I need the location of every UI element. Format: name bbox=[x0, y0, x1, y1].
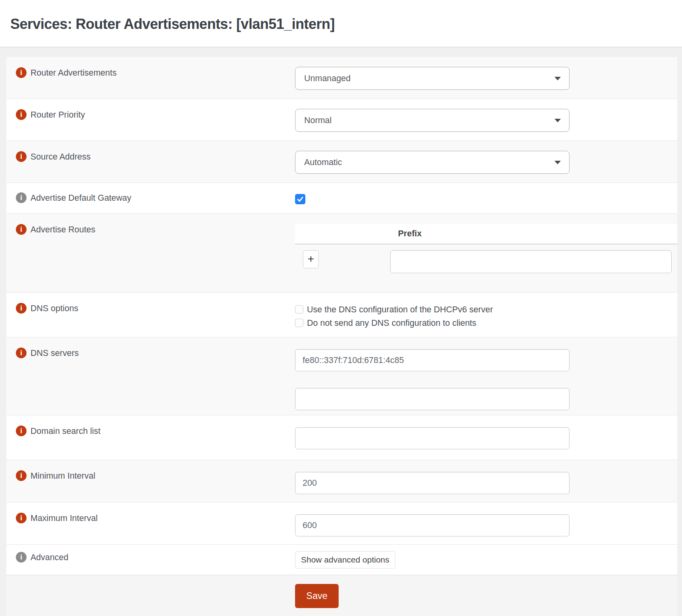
domain-search-list-input[interactable] bbox=[295, 427, 570, 449]
dns-option-row: Use the DNS configuration of the DHCPv6 … bbox=[295, 303, 677, 316]
field-control bbox=[295, 460, 677, 502]
selected-value: Normal bbox=[295, 109, 569, 131]
checkmark-icon bbox=[296, 195, 304, 203]
selected-value: Automatic bbox=[295, 151, 569, 173]
routes-table-header: Prefix bbox=[295, 224, 677, 244]
field-control bbox=[295, 337, 677, 415]
info-icon[interactable]: i bbox=[16, 426, 27, 436]
source-address-label: Source Address bbox=[30, 151, 91, 162]
form-row-dns-options: i DNS options Use the DNS configuration … bbox=[6, 292, 677, 337]
form-row-router-advertisements: i Router Advertisements Unmanaged bbox=[6, 57, 677, 99]
router-priority-select[interactable]: Normal bbox=[295, 109, 570, 132]
selected-value: Unmanaged bbox=[295, 67, 569, 89]
form-row-minimum-interval: i Minimum Interval bbox=[6, 460, 677, 502]
field-control bbox=[295, 502, 677, 544]
advanced-label: Advanced bbox=[30, 552, 69, 563]
routes-table-row: + bbox=[295, 244, 677, 284]
page-title: Services: Router Advertisements: [vlan51… bbox=[10, 16, 672, 32]
form-row-advertise-default-gateway: i Advertise Default Gateway bbox=[6, 183, 677, 213]
field-control: Show advanced options bbox=[295, 545, 677, 575]
domain-search-list-label: Domain search list bbox=[30, 426, 101, 437]
info-icon[interactable]: i bbox=[16, 303, 27, 314]
info-icon[interactable]: i bbox=[16, 470, 27, 481]
field-label-group: i Source Address bbox=[6, 141, 295, 172]
show-advanced-options-button[interactable]: Show advanced options bbox=[295, 551, 395, 568]
dns-options-label: DNS options bbox=[30, 303, 78, 314]
field-label-group: i Minimum Interval bbox=[6, 460, 295, 491]
form-row-advertise-routes: i Advertise Routes Prefix + bbox=[6, 213, 677, 292]
prefix-column-header: Prefix bbox=[390, 229, 677, 239]
field-control: Normal bbox=[295, 99, 677, 141]
router-advertisements-select[interactable]: Unmanaged bbox=[295, 67, 570, 90]
info-icon[interactable]: i bbox=[16, 192, 27, 203]
field-control: Unmanaged bbox=[295, 57, 677, 99]
prefix-input[interactable] bbox=[390, 250, 672, 273]
advertise-routes-table: Prefix + bbox=[295, 214, 677, 292]
dns-servers-label: DNS servers bbox=[30, 348, 79, 359]
dns-server-1-input[interactable] bbox=[295, 349, 570, 371]
field-control bbox=[295, 415, 677, 460]
form-row-maximum-interval: i Maximum Interval bbox=[6, 502, 677, 544]
page-header: Services: Router Advertisements: [vlan51… bbox=[0, 0, 682, 48]
form-row-dns-servers: i DNS servers bbox=[6, 337, 677, 415]
field-label-group: i Advertise Routes bbox=[6, 214, 295, 245]
no-dns-config-label: Do not send any DNS configuration to cli… bbox=[307, 316, 476, 330]
form-footer: Save bbox=[6, 575, 677, 616]
chevron-down-icon bbox=[554, 77, 561, 80]
minimum-interval-input[interactable] bbox=[295, 472, 570, 494]
field-label-group: i DNS servers bbox=[6, 337, 295, 368]
advertise-routes-label: Advertise Routes bbox=[30, 224, 95, 235]
add-route-button[interactable]: + bbox=[303, 250, 319, 268]
form-row-router-priority: i Router Priority Normal bbox=[6, 99, 677, 141]
field-label-group: i Advertise Default Gateway bbox=[6, 183, 295, 213]
field-control: Automatic bbox=[295, 141, 677, 183]
info-icon[interactable]: i bbox=[16, 67, 27, 78]
info-icon[interactable]: i bbox=[16, 224, 27, 235]
field-control bbox=[295, 183, 677, 213]
source-address-select[interactable]: Automatic bbox=[295, 151, 570, 174]
chevron-down-icon bbox=[554, 119, 561, 122]
info-icon[interactable]: i bbox=[16, 348, 27, 358]
use-dhcpv6-dns-checkbox[interactable] bbox=[295, 305, 303, 314]
save-button[interactable]: Save bbox=[295, 584, 339, 608]
field-label-group: i Router Priority bbox=[6, 99, 295, 130]
info-icon[interactable]: i bbox=[16, 109, 27, 120]
router-advertisements-label: Router Advertisements bbox=[30, 67, 117, 78]
advertise-default-gateway-label: Advertise Default Gateway bbox=[30, 192, 131, 203]
chevron-down-icon bbox=[554, 161, 561, 164]
maximum-interval-input[interactable] bbox=[295, 514, 570, 536]
dns-server-2-input[interactable] bbox=[295, 388, 570, 410]
field-label-group: i Domain search list bbox=[6, 415, 295, 446]
field-label-group: i Advanced bbox=[6, 545, 295, 570]
field-label-group: i Router Advertisements bbox=[6, 57, 295, 88]
info-icon[interactable]: i bbox=[16, 513, 27, 523]
router-advertisements-form: i Router Advertisements Unmanaged i Rout… bbox=[6, 57, 677, 616]
field-control: Use the DNS configuration of the DHCPv6 … bbox=[295, 293, 677, 337]
maximum-interval-label: Maximum Interval bbox=[30, 513, 98, 524]
minimum-interval-label: Minimum Interval bbox=[30, 470, 95, 481]
router-priority-label: Router Priority bbox=[30, 109, 85, 120]
form-row-advanced: i Advanced Show advanced options bbox=[6, 544, 677, 575]
dns-option-row: Do not send any DNS configuration to cli… bbox=[295, 316, 677, 330]
form-row-source-address: i Source Address Automatic bbox=[6, 141, 677, 183]
info-icon[interactable]: i bbox=[16, 552, 27, 563]
field-label-group: i Maximum Interval bbox=[6, 502, 295, 533]
advertise-default-gateway-checkbox[interactable] bbox=[295, 194, 305, 204]
use-dhcpv6-dns-label: Use the DNS configuration of the DHCPv6 … bbox=[307, 303, 493, 316]
form-row-domain-search-list: i Domain search list bbox=[6, 415, 677, 460]
field-label-group: i DNS options bbox=[6, 293, 295, 323]
info-icon[interactable]: i bbox=[16, 151, 27, 162]
no-dns-config-checkbox[interactable] bbox=[295, 319, 303, 327]
